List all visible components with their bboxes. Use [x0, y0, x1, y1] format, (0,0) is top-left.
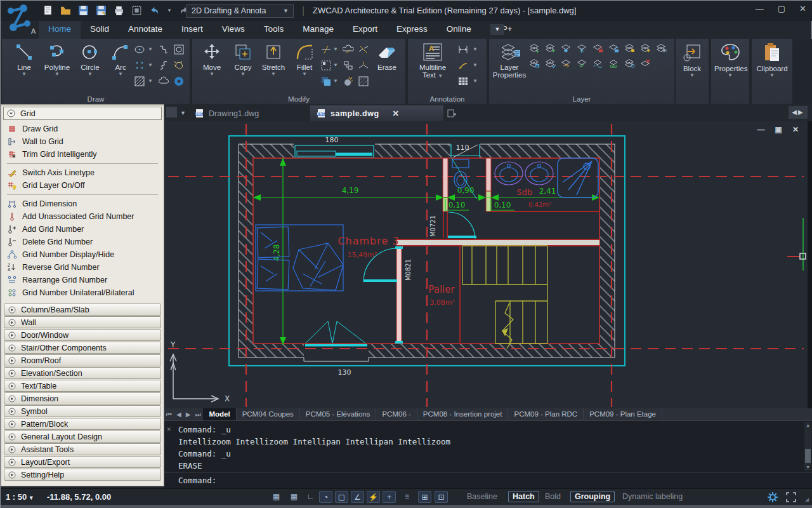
layer-merge-icon[interactable] — [624, 58, 635, 69]
ellipse-tool-icon[interactable] — [134, 44, 145, 55]
layer-lock-icon[interactable] — [592, 43, 603, 54]
new-file-icon[interactable] — [43, 5, 53, 16]
trim-dropdown-icon[interactable]: ▼ — [333, 44, 343, 60]
layer-bulb-icon[interactable] — [624, 43, 635, 54]
etrack-toggle-icon[interactable]: ∠ — [351, 491, 364, 503]
layout-tab-pcm08[interactable]: PCM08 - Insertion projet — [417, 408, 509, 420]
command-window[interactable]: ✕ Command: _u Intellizoom Intellizoom In… — [164, 420, 812, 488]
lineweight-toggle-icon[interactable]: ≡ — [400, 491, 414, 503]
copy-nested-icon[interactable] — [320, 76, 332, 87]
sidebar-category-layout-export[interactable]: Layout/Export — [4, 456, 161, 468]
doc-minimize-icon[interactable]: — — [757, 125, 765, 134]
baseline-toggle[interactable]: Baseline — [467, 492, 497, 501]
polyline-tool[interactable]: Polyline▼ — [41, 41, 73, 76]
array-dropdown-icon[interactable]: ▼ — [333, 60, 343, 76]
sidebar-category-wall[interactable]: Wall — [4, 316, 161, 328]
layout-nav-last-icon[interactable]: ⏭ — [195, 411, 201, 418]
wipeout-tool-icon[interactable] — [173, 60, 185, 71]
layout-tab-model[interactable]: Model — [203, 408, 236, 420]
command-close-icon[interactable]: ✕ — [167, 425, 171, 433]
sidebar-category-stair-other[interactable]: Stair/Other Components — [4, 342, 161, 354]
erase-tool[interactable]: Erase — [371, 41, 403, 71]
layer-on-icon[interactable] — [544, 43, 556, 54]
sidebar-item-draw-grid[interactable]: Draw Grid — [3, 123, 162, 135]
sidebar-item-grid-layer-onoff[interactable]: Grid Layer On/Off — [3, 179, 162, 192]
esnap-toggle-icon[interactable]: ▢ — [335, 491, 348, 503]
polar-toggle-icon[interactable]: ◔ — [319, 491, 332, 503]
sidebar-category-pattern-block[interactable]: Pattern/Block — [4, 418, 161, 430]
spline2-tool-icon[interactable] — [158, 60, 169, 71]
layer-settings-icon[interactable] — [528, 58, 540, 69]
line-tool[interactable]: Line▼ — [8, 41, 40, 76]
minimize-button[interactable]: — — [756, 4, 764, 13]
doc-tab-menu-button[interactable] — [166, 107, 177, 117]
sidebar-item-grid-number-display[interactable]: Grid Number Display/Hide — [3, 248, 162, 261]
fullscreen-icon[interactable] — [786, 492, 796, 502]
explode-tool-icon[interactable] — [343, 76, 354, 87]
layer-prev-icon[interactable] — [560, 58, 572, 69]
tab-online[interactable]: Online — [437, 21, 481, 39]
sidebar-category-door-window[interactable]: Door/Window — [4, 329, 161, 341]
tab-express[interactable]: Express — [387, 21, 437, 39]
sidebar-item-wall-to-grid[interactable]: Wall to Grid — [3, 135, 162, 148]
sidebar-item-add-unassoc-grid-number[interactable]: Add Unassociated Grid Number — [3, 210, 162, 223]
layout-nav-prev-icon[interactable]: ◀ — [176, 411, 182, 418]
layer-match-icon[interactable] — [544, 58, 556, 69]
table-tool-icon[interactable] — [457, 76, 469, 87]
tab-export[interactable]: Export — [343, 21, 387, 39]
revcloud-tool-icon[interactable] — [158, 76, 169, 87]
layer-vpfreeze-icon[interactable] — [608, 58, 619, 69]
layer-delete-icon[interactable] — [639, 58, 651, 69]
ellipse-dropdown-icon[interactable]: ▼ — [148, 44, 158, 60]
scale-display[interactable]: 1 : 50 ▼ — [6, 492, 34, 502]
sidebar-item-switch-axis-linetype[interactable]: Switch Axis Linetype — [3, 166, 162, 179]
doc-tab-dropdown-icon[interactable]: ▼ — [180, 110, 186, 116]
resize-grip[interactable]: ◢ — [805, 497, 809, 502]
arc-tool[interactable]: Arc▼ — [105, 41, 136, 76]
sidebar-category-assistant-tools[interactable]: Assistant Tools — [4, 443, 161, 455]
layout-tab-pcm04[interactable]: PCM04 Coupes — [237, 408, 300, 420]
leader-dropdown-icon[interactable]: ▼ — [473, 60, 481, 76]
sidebar-item-rearrange-grid-number[interactable]: Rearrange Grid Number — [3, 274, 162, 286]
layout-tab-pcm09-rdc[interactable]: PCM09 - Plan RDC — [508, 408, 584, 420]
scrollbar-thumb[interactable] — [805, 449, 811, 463]
hatch-toggle[interactable]: Hatch — [508, 491, 539, 502]
tab-tools[interactable]: Tools — [254, 21, 294, 39]
layout-tab-pcm05[interactable]: PCM05 - Elévations — [300, 408, 377, 420]
autoscale-icon[interactable]: ⊡ — [435, 491, 448, 503]
point-tool-icon[interactable] — [134, 60, 145, 71]
sidebar-category-elevation-section[interactable]: Elevation/Section — [4, 367, 161, 379]
table-dropdown-icon[interactable]: ▼ — [473, 76, 481, 91]
settings-gear-icon[interactable] — [767, 491, 778, 503]
dimension-tool-icon[interactable] — [457, 44, 469, 55]
bold-toggle[interactable]: Bold — [545, 492, 561, 501]
preview-icon[interactable] — [131, 5, 142, 16]
break-tool-icon[interactable] — [358, 44, 369, 55]
leader-tool-icon[interactable] — [457, 60, 469, 71]
trim-tool-icon[interactable] — [320, 44, 332, 55]
grouping-toggle[interactable]: Grouping — [570, 491, 615, 502]
plot-icon[interactable] — [114, 5, 124, 16]
maximize-button[interactable]: ▢ — [778, 4, 785, 13]
multiline-text-tool[interactable]: A MultilineText ▼ — [414, 41, 451, 79]
region-tool-icon[interactable] — [173, 44, 185, 55]
block-tool[interactable]: Block▼ — [676, 41, 708, 77]
sidebar-category-column-beam-slab[interactable]: Column/Beam/Slab — [4, 304, 161, 316]
copy-tool[interactable]: Copy▼ — [227, 41, 259, 76]
scroll-up-icon[interactable]: ▲ — [804, 422, 811, 429]
tab-home[interactable]: Home — [39, 21, 81, 39]
ortho-toggle-icon[interactable]: ∟ — [304, 491, 317, 503]
edit-cloud-icon[interactable] — [343, 44, 354, 55]
sidebar-item-trim-grid[interactable]: Trim Gird Intelligently — [3, 148, 162, 161]
copy-nested-dropdown-icon[interactable]: ▼ — [333, 76, 343, 91]
workspace-dropdown[interactable]: 2D Drafting & Annota▼ — [186, 4, 294, 18]
layer-visible-icon[interactable] — [655, 43, 667, 54]
layout-nav-next-icon[interactable]: ▶ — [186, 411, 192, 418]
move-tool[interactable]: Move▼ — [196, 41, 228, 76]
grid-toggle-icon[interactable]: ▦ — [270, 491, 283, 503]
clipboard-tool[interactable]: Clipboard▼ — [756, 41, 788, 77]
doc-close-icon[interactable]: ✕ — [792, 125, 799, 134]
spline-tool-icon[interactable] — [158, 44, 169, 55]
dimension-dropdown-icon[interactable]: ▼ — [473, 44, 481, 60]
sidebar-category-setting-help[interactable]: Setting/Help — [4, 469, 161, 481]
